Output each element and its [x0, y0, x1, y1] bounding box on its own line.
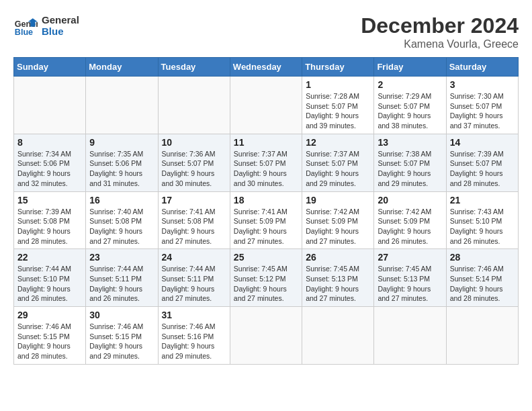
- logo: General Blue General Blue: [13, 13, 79, 38]
- calendar-cell: [230, 307, 302, 365]
- calendar-cell: 29Sunrise: 7:46 AMSunset: 5:15 PMDayligh…: [14, 307, 86, 365]
- day-info: Sunrise: 7:44 AMSunset: 5:10 PMDaylight:…: [17, 264, 82, 304]
- calendar-cell: 16Sunrise: 7:40 AMSunset: 5:08 PMDayligh…: [86, 191, 158, 249]
- calendar-week-5: 29Sunrise: 7:46 AMSunset: 5:15 PMDayligh…: [14, 307, 519, 365]
- day-info: Sunrise: 7:46 AMSunset: 5:15 PMDaylight:…: [89, 322, 154, 361]
- day-number: 26: [306, 252, 370, 263]
- calendar-cell: [302, 307, 374, 365]
- day-number: 15: [17, 195, 82, 205]
- day-info: Sunrise: 7:35 AMSunset: 5:06 PMDaylight:…: [89, 149, 154, 189]
- calendar-header-row: SundayMondayTuesdayWednesdayThursdayFrid…: [14, 58, 519, 77]
- day-info: Sunrise: 7:36 AMSunset: 5:07 PMDaylight:…: [162, 149, 226, 189]
- calendar-cell: 26Sunrise: 7:45 AMSunset: 5:13 PMDayligh…: [302, 249, 374, 307]
- day-info: Sunrise: 7:30 AMSunset: 5:07 PMDaylight:…: [450, 91, 515, 131]
- calendar-cell: 9Sunrise: 7:35 AMSunset: 5:06 PMDaylight…: [86, 134, 158, 191]
- day-number: 21: [450, 195, 515, 205]
- day-number: 30: [89, 310, 154, 320]
- day-info: Sunrise: 7:39 AMSunset: 5:08 PMDaylight:…: [17, 207, 82, 246]
- day-number: 25: [234, 252, 298, 263]
- day-number: 22: [17, 252, 82, 263]
- day-info: Sunrise: 7:46 AMSunset: 5:16 PMDaylight:…: [162, 322, 226, 361]
- day-number: 19: [306, 195, 370, 205]
- calendar-week-4: 22Sunrise: 7:44 AMSunset: 5:10 PMDayligh…: [14, 249, 519, 307]
- day-number: 31: [162, 310, 226, 320]
- day-info: Sunrise: 7:42 AMSunset: 5:09 PMDaylight:…: [378, 207, 442, 246]
- svg-text:Blue: Blue: [15, 28, 33, 37]
- day-info: Sunrise: 7:43 AMSunset: 5:10 PMDaylight:…: [450, 207, 515, 246]
- logo-icon: General Blue: [13, 13, 38, 38]
- day-info: Sunrise: 7:44 AMSunset: 5:11 PMDaylight:…: [162, 264, 226, 304]
- day-number: 3: [450, 79, 515, 90]
- day-number: 20: [378, 195, 442, 205]
- calendar-body: 1Sunrise: 7:28 AMSunset: 5:07 PMDaylight…: [14, 77, 519, 365]
- day-info: Sunrise: 7:41 AMSunset: 5:09 PMDaylight:…: [234, 207, 298, 246]
- header-day-thursday: Thursday: [302, 58, 374, 77]
- day-info: Sunrise: 7:46 AMSunset: 5:15 PMDaylight:…: [17, 322, 82, 361]
- calendar-cell: [374, 307, 446, 365]
- day-info: Sunrise: 7:45 AMSunset: 5:12 PMDaylight:…: [234, 264, 298, 304]
- day-number: 28: [450, 252, 515, 263]
- calendar-cell: 28Sunrise: 7:46 AMSunset: 5:14 PMDayligh…: [446, 249, 518, 307]
- calendar-cell: [230, 77, 302, 134]
- calendar-cell: 3Sunrise: 7:30 AMSunset: 5:07 PMDaylight…: [446, 77, 518, 134]
- header-day-friday: Friday: [374, 58, 446, 77]
- day-number: 24: [162, 252, 226, 263]
- calendar-cell: [86, 77, 158, 134]
- calendar-cell: 12Sunrise: 7:37 AMSunset: 5:07 PMDayligh…: [302, 134, 374, 191]
- day-number: 23: [89, 252, 154, 263]
- calendar-cell: 21Sunrise: 7:43 AMSunset: 5:10 PMDayligh…: [446, 191, 518, 249]
- header: General Blue General Blue December 2024 …: [13, 13, 519, 50]
- calendar-cell: 27Sunrise: 7:45 AMSunset: 5:13 PMDayligh…: [374, 249, 446, 307]
- calendar-cell: 11Sunrise: 7:37 AMSunset: 5:07 PMDayligh…: [230, 134, 302, 191]
- logo-general: General: [42, 14, 79, 26]
- day-info: Sunrise: 7:37 AMSunset: 5:07 PMDaylight:…: [306, 149, 370, 189]
- header-day-monday: Monday: [86, 58, 158, 77]
- calendar-cell: 19Sunrise: 7:42 AMSunset: 5:09 PMDayligh…: [302, 191, 374, 249]
- title-area: December 2024 Kamena Vourla, Greece: [361, 13, 519, 50]
- day-number: 10: [162, 137, 226, 148]
- calendar-cell: 10Sunrise: 7:36 AMSunset: 5:07 PMDayligh…: [158, 134, 230, 191]
- header-day-wednesday: Wednesday: [230, 58, 302, 77]
- day-info: Sunrise: 7:41 AMSunset: 5:08 PMDaylight:…: [162, 207, 226, 246]
- day-number: 17: [162, 195, 226, 205]
- calendar-week-3: 15Sunrise: 7:39 AMSunset: 5:08 PMDayligh…: [14, 191, 519, 249]
- day-info: Sunrise: 7:28 AMSunset: 5:07 PMDaylight:…: [306, 91, 370, 131]
- day-info: Sunrise: 7:46 AMSunset: 5:14 PMDaylight:…: [450, 264, 515, 304]
- day-info: Sunrise: 7:39 AMSunset: 5:07 PMDaylight:…: [450, 149, 515, 189]
- day-number: 13: [378, 137, 442, 148]
- day-number: 1: [306, 79, 370, 90]
- calendar-cell: [14, 77, 86, 134]
- calendar-cell: [446, 307, 518, 365]
- day-info: Sunrise: 7:44 AMSunset: 5:11 PMDaylight:…: [89, 264, 154, 304]
- day-info: Sunrise: 7:37 AMSunset: 5:07 PMDaylight:…: [234, 149, 298, 189]
- day-info: Sunrise: 7:42 AMSunset: 5:09 PMDaylight:…: [306, 207, 370, 246]
- calendar-cell: 30Sunrise: 7:46 AMSunset: 5:15 PMDayligh…: [86, 307, 158, 365]
- calendar-cell: 2Sunrise: 7:29 AMSunset: 5:07 PMDaylight…: [374, 77, 446, 134]
- calendar-cell: 31Sunrise: 7:46 AMSunset: 5:16 PMDayligh…: [158, 307, 230, 365]
- month-year: December 2024: [361, 13, 519, 38]
- day-number: 12: [306, 137, 370, 148]
- day-number: 27: [378, 252, 442, 263]
- calendar-week-1: 1Sunrise: 7:28 AMSunset: 5:07 PMDaylight…: [14, 77, 519, 134]
- logo-blue: Blue: [42, 26, 79, 37]
- day-number: 16: [89, 195, 154, 205]
- day-number: 8: [17, 137, 82, 148]
- day-info: Sunrise: 7:29 AMSunset: 5:07 PMDaylight:…: [378, 91, 442, 131]
- calendar-cell: 23Sunrise: 7:44 AMSunset: 5:11 PMDayligh…: [86, 249, 158, 307]
- day-number: 9: [89, 137, 154, 148]
- header-day-saturday: Saturday: [446, 58, 518, 77]
- calendar-cell: [158, 77, 230, 134]
- calendar-cell: 14Sunrise: 7:39 AMSunset: 5:07 PMDayligh…: [446, 134, 518, 191]
- location: Kamena Vourla, Greece: [361, 38, 519, 50]
- header-day-sunday: Sunday: [14, 58, 86, 77]
- day-number: 29: [17, 310, 82, 320]
- calendar: SundayMondayTuesdayWednesdayThursdayFrid…: [13, 57, 519, 365]
- day-info: Sunrise: 7:40 AMSunset: 5:08 PMDaylight:…: [89, 207, 154, 246]
- calendar-cell: 22Sunrise: 7:44 AMSunset: 5:10 PMDayligh…: [14, 249, 86, 307]
- day-info: Sunrise: 7:45 AMSunset: 5:13 PMDaylight:…: [378, 264, 442, 304]
- calendar-cell: 13Sunrise: 7:38 AMSunset: 5:07 PMDayligh…: [374, 134, 446, 191]
- calendar-cell: 24Sunrise: 7:44 AMSunset: 5:11 PMDayligh…: [158, 249, 230, 307]
- day-number: 14: [450, 137, 515, 148]
- day-info: Sunrise: 7:34 AMSunset: 5:06 PMDaylight:…: [17, 149, 82, 189]
- calendar-cell: 1Sunrise: 7:28 AMSunset: 5:07 PMDaylight…: [302, 77, 374, 134]
